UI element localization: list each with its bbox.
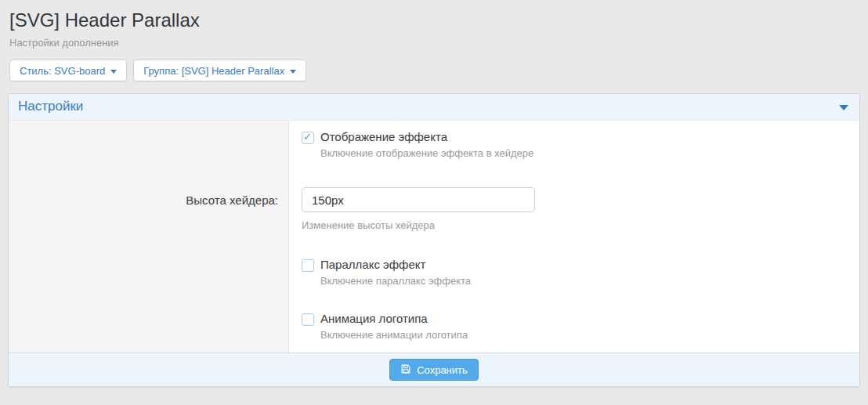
- row-label-cell: [9, 312, 289, 341]
- logo-animation-label[interactable]: Анимация логотипа: [320, 312, 428, 325]
- chevron-down-icon: [110, 70, 117, 74]
- form-row-parallax-effect: Параллакс эффект Включение параллакс эфф…: [9, 258, 859, 287]
- style-dropdown-label: Стиль: SVG-board: [20, 65, 105, 77]
- filter-bar: Стиль: SVG-board Группа: [SVG] Header Pa…: [9, 60, 860, 81]
- parallax-effect-description: Включение параллакс эффекта: [320, 275, 859, 287]
- collapse-chevron-icon[interactable]: [839, 105, 848, 110]
- row-content-cell: Изменение высоты хейдера: [289, 187, 859, 231]
- row-content-cell: Анимация логотипа Включение анимации лог…: [289, 312, 859, 341]
- row-label-cell: [9, 258, 289, 287]
- form-row-header-height: Высота хейдера: Изменение высоты хейдера: [9, 187, 859, 231]
- settings-panel-footer: Сохранить: [9, 353, 859, 386]
- header-height-label: Высота хейдера:: [9, 187, 289, 231]
- logo-animation-description: Включение анимации логотипа: [320, 329, 859, 341]
- display-effect-label[interactable]: Отображение эффекта: [320, 130, 447, 143]
- form-row-display-effect: Отображение эффекта Включение отображени…: [9, 130, 859, 159]
- style-dropdown-button[interactable]: Стиль: SVG-board: [9, 60, 127, 81]
- group-dropdown-button[interactable]: Группа: [SVG] Header Parallax: [133, 60, 306, 81]
- row-content-cell: Отображение эффекта Включение отображени…: [289, 130, 859, 159]
- parallax-effect-label[interactable]: Параллакс эффект: [320, 258, 425, 271]
- settings-panel-title: Настройки: [18, 99, 83, 114]
- save-button[interactable]: Сохранить: [389, 359, 479, 381]
- floppy-disk-icon: [400, 363, 411, 377]
- parallax-effect-checkbox[interactable]: [302, 259, 314, 272]
- settings-panel-header[interactable]: Настройки: [9, 94, 859, 121]
- header-height-input[interactable]: [302, 187, 535, 212]
- page-subtitle: Настройки дополнения: [9, 37, 860, 49]
- page: [SVG] Header Parallax Настройки дополнен…: [0, 0, 868, 395]
- group-dropdown-label: Группа: [SVG] Header Parallax: [143, 65, 284, 77]
- page-title: [SVG] Header Parallax: [9, 9, 860, 31]
- display-effect-checkbox[interactable]: [302, 132, 314, 144]
- row-label-cell: [9, 130, 289, 159]
- save-button-label: Сохранить: [417, 364, 468, 376]
- row-content-cell: Параллакс эффект Включение параллакс эфф…: [289, 258, 859, 287]
- display-effect-description: Включение отображение эффекта в хейдере: [320, 147, 859, 159]
- chevron-down-icon: [290, 70, 296, 74]
- header-height-description: Изменение высоты хейдера: [302, 219, 859, 231]
- settings-panel: Настройки Отображение эффекта Включение …: [8, 93, 860, 387]
- settings-form: Отображение эффекта Включение отображени…: [9, 121, 859, 353]
- form-row-logo-animation: Анимация логотипа Включение анимации лог…: [9, 312, 859, 341]
- logo-animation-checkbox[interactable]: [302, 313, 314, 326]
